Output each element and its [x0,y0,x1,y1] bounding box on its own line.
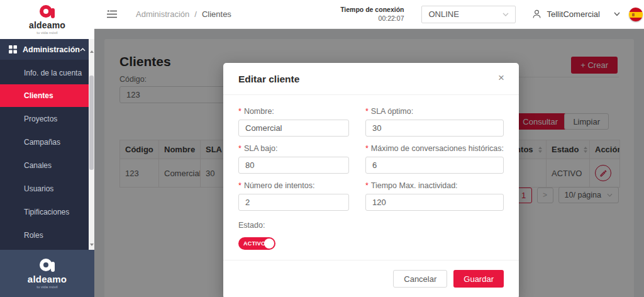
breadcrumb-current: Clientes [202,9,231,19]
cancelar-button[interactable]: Cancelar [393,270,447,288]
required-mark: * [238,181,242,190]
close-icon[interactable]: × [494,70,509,86]
status-select[interactable]: ONLINE [421,6,516,23]
chevron-up-icon [80,48,86,52]
breadcrumb-section[interactable]: Administración [136,9,189,19]
required-mark: * [365,144,369,153]
sidebar-item-clientes[interactable]: Clientes [0,84,89,107]
estado-toggle[interactable]: ACTIVO [238,237,275,250]
sidebar-item-proyectos[interactable]: Proyectos [0,107,89,130]
field-numero-intentos: *Número de intentos: [238,181,349,211]
footer-brand-name: aldeamo [28,274,67,284]
menu-header-label: Administración [23,45,80,54]
nombre-input[interactable] [238,120,349,137]
spain-flag-icon[interactable] [629,8,643,21]
sidebar-item-roles[interactable]: Roles [0,223,89,247]
user-icon [532,9,541,19]
field-nombre: *Nombre: [238,107,349,137]
sla-optimo-input[interactable] [365,120,504,137]
sla-bajo-input[interactable] [238,157,349,174]
connection-label: Tiempo de conexión [340,6,404,14]
required-mark: * [238,144,242,153]
scrollbar-thumb[interactable] [89,76,94,170]
field-sla-bajo: *SLA bajo: [238,144,349,174]
sidebar-menu-administracion[interactable]: Administración [0,39,94,60]
chevron-down-icon [502,13,509,16]
numero-intentos-input[interactable] [238,194,349,211]
appstore-icon [9,45,17,53]
modal-footer: Cancelar Guardar [223,260,519,297]
sidebar-scrollbar[interactable] [89,39,94,250]
sidebar-item-tipificaciones[interactable]: Tipificaciones [0,200,89,223]
user-menu[interactable]: TellitComercial [532,9,600,19]
sidebar: aldeamo tu vida móvil Administración Inf… [0,0,94,297]
submenu: Info. de la cuenta Clientes Proyectos Ca… [0,60,94,247]
editar-cliente-modal: Editar cliente × *Nombre: *SLA óptimo: *… [223,63,519,297]
required-mark: * [238,107,242,116]
scroll-up-arrow-icon[interactable] [89,48,94,55]
sidebar-footer-logo: aldeamo tu vida móvil [0,250,94,297]
toggle-knob [264,238,274,249]
aldeamo-logo-icon-white [40,259,55,272]
required-mark: * [365,107,369,116]
brand-name: aldeamo [29,20,65,30]
modal-title: Editar cliente [238,74,299,84]
breadcrumb: Administración/Clientes [136,9,231,19]
sidebar-item-usuarios[interactable]: Usuarios [0,177,89,200]
required-mark: * [365,181,369,190]
footer-brand-tagline: tu vida móvil [36,285,57,289]
sidebar-item-canales[interactable]: Canales [0,154,89,177]
aldeamo-logo-icon [40,5,55,19]
username: TellitComercial [547,9,600,19]
toggle-label: ACTIVO [243,240,265,247]
status-select-value: ONLINE [428,9,502,19]
field-max-conversaciones: *Máximo de conversaciones históricas: [365,144,504,174]
estado-label: Estado: [238,221,504,230]
tiempo-inactividad-input[interactable] [365,194,504,211]
connection-time-block: Tiempo de conexión 00:22:07 [340,6,404,22]
modal-header: Editar cliente × [223,63,519,95]
breadcrumb-separator: / [194,9,197,19]
modal-body: *Nombre: *SLA óptimo: *SLA bajo: *Máximo… [223,95,519,250]
menu-fold-icon[interactable] [107,10,117,18]
guardar-button[interactable]: Guardar [453,270,504,288]
sidebar-nav: Administración Info. de la cuenta Client… [0,39,94,250]
sidebar-item-info-cuenta[interactable]: Info. de la cuenta [0,61,89,84]
field-tiempo-inactividad: *Tiempo Max. inactividad: [365,181,504,211]
scroll-down-arrow-icon[interactable] [89,241,94,249]
topbar: Administración/Clientes Tiempo de conexi… [94,0,644,29]
user-chevron-down-icon[interactable] [614,12,620,16]
field-sla-optimo: *SLA óptimo: [365,107,504,137]
connection-time: 00:22:07 [340,14,404,23]
brand-logo: aldeamo tu vida móvil [0,0,94,39]
max-conversaciones-input[interactable] [365,157,504,174]
sidebar-item-campanas[interactable]: Campañas [0,130,89,154]
brand-tagline: tu vida móvil [36,31,57,35]
